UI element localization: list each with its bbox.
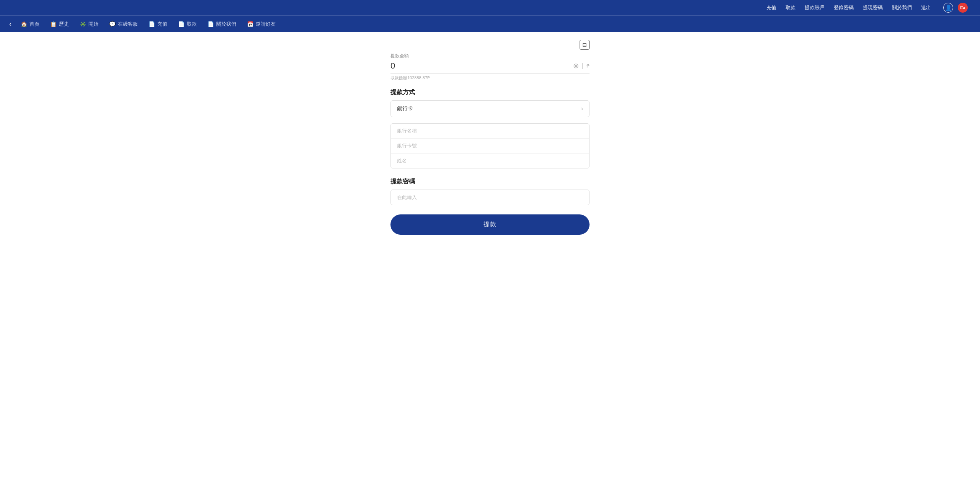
nav-history[interactable]: 📋 歷史 bbox=[46, 16, 74, 33]
about-icon: 📄 bbox=[207, 21, 214, 27]
main-content: ⊟ 提款全額 ⊗ | ₱ 取款餘額102888.87₱ 提款方式 銀行卡 › 銀… bbox=[0, 32, 980, 479]
nav-withdraw-label: 取款 bbox=[187, 21, 197, 28]
chevron-right-icon: › bbox=[581, 105, 583, 112]
name-field: 姓名 bbox=[391, 154, 589, 168]
header-icons: 👤 Ea bbox=[943, 3, 968, 13]
password-input[interactable] bbox=[390, 190, 590, 205]
nav-recharge-label: 充值 bbox=[157, 21, 167, 28]
header-login-password-link[interactable]: 登錄密碼 bbox=[834, 4, 854, 11]
nav-start[interactable]: ✳️ 開始 bbox=[75, 16, 103, 33]
nav-support[interactable]: 💬 在綫客服 bbox=[105, 16, 142, 33]
submit-button[interactable]: 提款 bbox=[390, 214, 590, 235]
nav-support-label: 在綫客服 bbox=[118, 21, 138, 28]
back-button[interactable]: ‹ bbox=[9, 20, 11, 28]
pipe-divider: | bbox=[582, 62, 583, 69]
bank-card-field: 銀行卡號 bbox=[391, 139, 589, 154]
nav-recharge[interactable]: 📄 充值 bbox=[144, 16, 172, 33]
header-about-link[interactable]: 關於我們 bbox=[892, 4, 912, 11]
nav-history-label: 歷史 bbox=[59, 21, 69, 28]
nav-home[interactable]: 🏠 首頁 bbox=[16, 16, 44, 33]
header-logout-link[interactable]: 退出 bbox=[921, 4, 931, 11]
method-label: 銀行卡 bbox=[397, 105, 413, 112]
nav-home-label: 首頁 bbox=[29, 21, 39, 28]
info-icon-symbol: ⊟ bbox=[582, 42, 587, 48]
language-label: Ea bbox=[960, 5, 965, 10]
nav-about[interactable]: 📄 關於我們 bbox=[203, 16, 241, 33]
withdraw-icon: 📄 bbox=[178, 21, 185, 27]
nav-about-label: 關於我們 bbox=[216, 21, 236, 28]
amount-input[interactable] bbox=[390, 61, 573, 71]
withdraw-form-container: ⊟ 提款全額 ⊗ | ₱ 取款餘額102888.87₱ 提款方式 銀行卡 › 銀… bbox=[387, 40, 593, 235]
start-icon: ✳️ bbox=[80, 21, 86, 27]
info-icon-button[interactable]: ⊟ bbox=[580, 40, 590, 50]
history-icon: 📋 bbox=[50, 21, 57, 27]
amount-input-actions: ⊗ | ₱ bbox=[573, 62, 590, 70]
header-withdraw-password-link[interactable]: 提現密碼 bbox=[863, 4, 883, 11]
nav-withdraw[interactable]: 📄 取款 bbox=[173, 16, 201, 33]
header-withdraw-account-link[interactable]: 提款賬戶 bbox=[805, 4, 825, 11]
bank-fields: 銀行名稱 銀行卡號 姓名 bbox=[390, 123, 590, 168]
user-icon[interactable]: 👤 bbox=[943, 3, 953, 13]
header-withdraw-link[interactable]: 取款 bbox=[786, 4, 795, 11]
user-avatar-icon: 👤 bbox=[945, 5, 952, 11]
nav-invite-label: 邀請好友 bbox=[256, 21, 276, 28]
method-section-title: 提款方式 bbox=[390, 88, 590, 96]
password-section-title: 提款密碼 bbox=[390, 178, 590, 186]
language-badge[interactable]: Ea bbox=[958, 3, 968, 13]
support-icon: 💬 bbox=[109, 21, 116, 27]
invite-icon: 📅 bbox=[247, 21, 253, 27]
header-recharge-link[interactable]: 充值 bbox=[766, 4, 776, 11]
method-selector[interactable]: 銀行卡 › bbox=[390, 100, 590, 117]
nav-invite[interactable]: 📅 邀請好友 bbox=[242, 16, 280, 33]
nav-start-label: 開始 bbox=[88, 21, 98, 28]
balance-hint: 取款餘額102888.87₱ bbox=[390, 75, 590, 81]
recharge-icon: 📄 bbox=[149, 21, 155, 27]
nav-bar: ‹ 🏠 首頁 📋 歷史 ✳️ 開始 💬 在綫客服 📄 充值 📄 取款 📄 關於我… bbox=[0, 15, 980, 32]
currency-label: ₱ bbox=[586, 63, 590, 69]
bank-name-field: 銀行名稱 bbox=[391, 124, 589, 139]
amount-input-row: ⊗ | ₱ bbox=[390, 61, 590, 74]
clear-icon: ⊗ bbox=[573, 62, 579, 70]
home-icon: 🏠 bbox=[21, 21, 27, 27]
clear-amount-button[interactable]: ⊗ bbox=[573, 62, 579, 70]
top-header: 充值 取款 提款賬戶 登錄密碼 提現密碼 關於我們 退出 👤 Ea bbox=[0, 0, 980, 15]
amount-label: 提款全額 bbox=[390, 53, 590, 59]
info-icon-row: ⊟ bbox=[390, 40, 590, 50]
